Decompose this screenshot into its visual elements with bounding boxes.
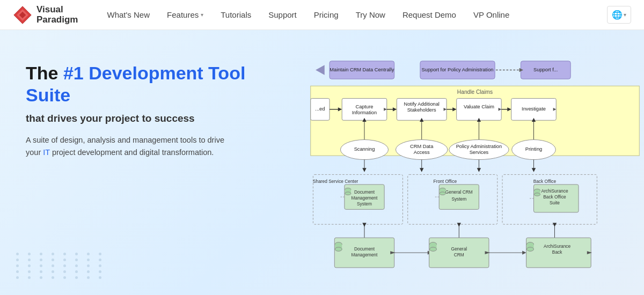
archisurance-line3: Suite [550,200,560,205]
diagram-container: Maintain CRM Data Centrally Support for … [295,46,644,295]
partial-left-label: ...ed [315,106,325,112]
policy-admin-line2: Services [470,150,489,155]
logo-icon [13,5,32,25]
nav-request-demo[interactable]: Request Demo [395,6,464,24]
hero-left: The #1 Development Tool Suite that drive… [0,30,290,295]
doc-mgmt-line3: System [357,201,372,206]
logo-text: Visual Paradigm [36,5,78,25]
hero-diagram: Maintain CRM Data Centrally Support for … [290,30,644,295]
nav-whats-new[interactable]: What's New [99,6,157,24]
box-capture-info [342,98,387,120]
navbar: Visual Paradigm What's New Features ▾ Tu… [0,0,644,30]
hero-description: A suite of design, analysis and manageme… [26,134,230,159]
globe-icon: 🌐 [612,10,623,20]
crm-data-line2: Access [414,150,430,155]
cylinder-bottom-6 [527,247,534,251]
diagram-svg: Maintain CRM Data Centrally Support for … [295,46,644,295]
front-office-label: Front Office [434,179,457,184]
box-arrowhead-4 [522,250,526,254]
nav-right: 🌐 ▾ [607,6,631,24]
crm-data-line1: CRM Data [410,144,434,149]
decorative-dots [16,253,107,279]
cylinder-bottom-2 [440,192,445,195]
bottom-archi-line2: Back [552,249,562,255]
bottom-doc-line1: Document [354,246,375,252]
arrowhead-bottom-2 [457,223,461,226]
nav-support[interactable]: Support [261,6,304,24]
cylinder-bottom-1 [345,192,351,195]
doc-mgmt-line2: Management [352,195,378,201]
support-policy-label: Support for Policy Administration [422,67,494,72]
nav-pricing[interactable]: Pricing [306,6,346,24]
doc-mgmt-line1: Document [354,189,375,195]
back-office-label: Back Office [533,179,557,184]
features-chevron-icon: ▾ [201,12,203,18]
arrowhead-down-scanning [362,168,366,172]
nav-vp-online[interactable]: VP Online [466,6,517,24]
nav-links: What's New Features ▾ Tutorials Support … [99,6,607,24]
arrowhead-down-crm [420,168,423,172]
shared-service-label: Shared Service Center [313,179,358,184]
language-dropdown-chevron-icon: ▾ [624,12,626,18]
nav-try-now[interactable]: Try Now [348,6,393,24]
swim-lane-label: Handle Claims [457,89,493,95]
maintain-crm-label: Maintain CRM Data Centrally [330,67,394,72]
support-partial-label: Support f... [533,67,558,72]
general-crm-line1: General CRM [445,189,473,195]
printing-label: Printing [525,146,542,152]
language-selector[interactable]: 🌐 ▾ [607,6,631,24]
box-valuate [457,98,502,120]
cylinder-bottom-3 [534,193,540,196]
hero-title: The #1 Development Tool Suite [26,62,268,106]
general-crm-line2: System [451,196,466,202]
hero-subtitle: that drives your project to success [26,113,268,124]
capture-info-line2: Information [352,110,377,115]
bottom-crm-line2: CRM [454,252,464,257]
hero-section: The #1 Development Tool Suite that drive… [0,30,644,295]
arrowhead-down-policy [477,168,481,172]
bottom-archi-line1: ArchiSurance [544,244,570,249]
logo[interactable]: Visual Paradigm [13,5,78,25]
archisurance-line2: Back Office [543,194,566,200]
arrowhead-bottom-3 [553,223,557,226]
nav-tutorials[interactable]: Tutorials [213,6,259,24]
nav-features[interactable]: Features ▾ [159,6,211,24]
valuate-line1: Valuate Claim [464,104,494,109]
arrowhead-down-printing [532,168,536,172]
archisurance-line1: ArchiSurance [541,188,568,194]
scanning-label: Scanning [354,146,375,152]
notify-line2: Stakeholders [407,107,436,113]
notify-line1: Notify Additional [404,101,439,107]
arrowhead-bottom-1 [362,223,366,226]
bottom-doc-line2: Management [352,252,378,257]
cylinder-bottom-5 [430,247,437,251]
cylinder-bottom-4 [335,247,342,251]
bottom-crm-line1: General [451,246,467,252]
policy-admin-line1: Policy Administration [456,144,502,149]
capture-info-line1: Capture [355,104,373,109]
investigate-label: Investigate [522,106,546,112]
arrow-left [316,65,325,75]
